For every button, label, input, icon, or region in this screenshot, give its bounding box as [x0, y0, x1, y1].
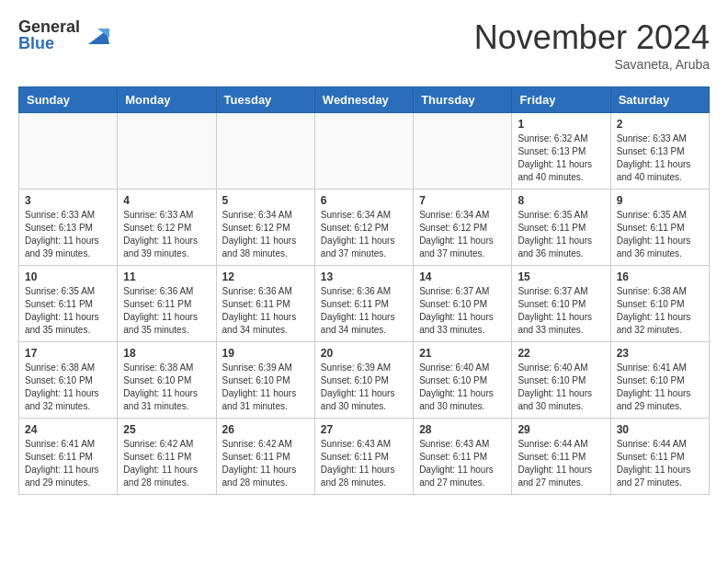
day-number: 7	[419, 194, 506, 207]
day-number: 2	[617, 118, 703, 131]
day-number: 10	[25, 270, 111, 283]
calendar-header: SundayMondayTuesdayWednesdayThursdayFrid…	[19, 87, 710, 113]
calendar-table: SundayMondayTuesdayWednesdayThursdayFrid…	[18, 86, 710, 495]
day-info: Sunrise: 6:34 AM Sunset: 6:12 PM Dayligh…	[321, 209, 407, 260]
calendar-cell: 1Sunrise: 6:32 AM Sunset: 6:13 PM Daylig…	[512, 113, 610, 190]
day-info: Sunrise: 6:35 AM Sunset: 6:11 PM Dayligh…	[518, 209, 604, 260]
day-info: Sunrise: 6:34 AM Sunset: 6:12 PM Dayligh…	[222, 209, 309, 260]
day-number: 4	[123, 194, 210, 207]
calendar-week-row: 1Sunrise: 6:32 AM Sunset: 6:13 PM Daylig…	[19, 113, 710, 190]
day-number: 25	[123, 423, 210, 436]
calendar-cell	[314, 113, 413, 190]
day-info: Sunrise: 6:38 AM Sunset: 6:10 PM Dayligh…	[123, 362, 210, 413]
day-number: 29	[518, 423, 604, 436]
calendar-cell: 18Sunrise: 6:38 AM Sunset: 6:10 PM Dayli…	[118, 342, 216, 419]
calendar-cell: 5Sunrise: 6:34 AM Sunset: 6:12 PM Daylig…	[216, 190, 314, 266]
day-info: Sunrise: 6:33 AM Sunset: 6:12 PM Dayligh…	[123, 209, 210, 260]
calendar-cell: 20Sunrise: 6:39 AM Sunset: 6:10 PM Dayli…	[314, 342, 413, 419]
day-info: Sunrise: 6:34 AM Sunset: 6:12 PM Dayligh…	[419, 209, 506, 260]
weekday-header-friday: Friday	[512, 87, 610, 113]
day-number: 26	[222, 423, 309, 436]
day-number: 24	[25, 423, 111, 436]
day-number: 20	[321, 347, 407, 360]
day-number: 21	[419, 347, 506, 360]
logo-icon	[84, 21, 111, 49]
calendar-cell: 21Sunrise: 6:40 AM Sunset: 6:10 PM Dayli…	[414, 342, 512, 419]
calendar-cell: 9Sunrise: 6:35 AM Sunset: 6:11 PM Daylig…	[610, 190, 709, 266]
day-info: Sunrise: 6:40 AM Sunset: 6:10 PM Dayligh…	[518, 362, 604, 413]
weekday-header-wednesday: Wednesday	[314, 87, 413, 113]
day-number: 14	[419, 270, 506, 283]
day-info: Sunrise: 6:33 AM Sunset: 6:13 PM Dayligh…	[617, 132, 703, 184]
logo-text: General Blue	[18, 18, 80, 52]
calendar-cell: 25Sunrise: 6:42 AM Sunset: 6:11 PM Dayli…	[118, 419, 216, 495]
day-info: Sunrise: 6:42 AM Sunset: 6:11 PM Dayligh…	[222, 438, 309, 489]
day-info: Sunrise: 6:43 AM Sunset: 6:11 PM Dayligh…	[321, 438, 407, 489]
calendar-cell: 8Sunrise: 6:35 AM Sunset: 6:11 PM Daylig…	[512, 190, 610, 266]
day-number: 5	[222, 194, 309, 207]
day-number: 16	[617, 270, 703, 283]
calendar-cell: 24Sunrise: 6:41 AM Sunset: 6:11 PM Dayli…	[19, 419, 118, 495]
calendar-cell: 11Sunrise: 6:36 AM Sunset: 6:11 PM Dayli…	[118, 266, 216, 342]
day-info: Sunrise: 6:44 AM Sunset: 6:11 PM Dayligh…	[617, 438, 703, 489]
calendar-cell: 4Sunrise: 6:33 AM Sunset: 6:12 PM Daylig…	[118, 190, 216, 266]
day-number: 3	[25, 194, 111, 207]
calendar-cell: 7Sunrise: 6:34 AM Sunset: 6:12 PM Daylig…	[414, 190, 512, 266]
day-info: Sunrise: 6:37 AM Sunset: 6:10 PM Dayligh…	[518, 285, 604, 337]
day-info: Sunrise: 6:37 AM Sunset: 6:10 PM Dayligh…	[419, 285, 506, 337]
day-number: 28	[419, 423, 506, 436]
logo-general: General	[18, 18, 80, 35]
day-number: 27	[321, 423, 407, 436]
calendar-cell	[118, 113, 216, 190]
day-number: 9	[617, 194, 703, 207]
logo-blue: Blue	[18, 35, 80, 52]
calendar-body: 1Sunrise: 6:32 AM Sunset: 6:13 PM Daylig…	[19, 113, 710, 495]
weekday-header-sunday: Sunday	[19, 87, 118, 113]
location: Savaneta, Aruba	[474, 57, 710, 72]
calendar-cell: 28Sunrise: 6:43 AM Sunset: 6:11 PM Dayli…	[414, 419, 512, 495]
calendar-week-row: 17Sunrise: 6:38 AM Sunset: 6:10 PM Dayli…	[19, 342, 710, 419]
day-info: Sunrise: 6:40 AM Sunset: 6:10 PM Dayligh…	[419, 362, 506, 413]
logo: General Blue	[18, 18, 111, 52]
weekday-header-tuesday: Tuesday	[216, 87, 314, 113]
calendar-cell: 10Sunrise: 6:35 AM Sunset: 6:11 PM Dayli…	[19, 266, 118, 342]
calendar-cell: 12Sunrise: 6:36 AM Sunset: 6:11 PM Dayli…	[216, 266, 314, 342]
weekday-header-saturday: Saturday	[610, 87, 709, 113]
day-info: Sunrise: 6:41 AM Sunset: 6:11 PM Dayligh…	[25, 438, 111, 489]
day-info: Sunrise: 6:36 AM Sunset: 6:11 PM Dayligh…	[123, 285, 210, 337]
day-info: Sunrise: 6:39 AM Sunset: 6:10 PM Dayligh…	[222, 362, 309, 413]
calendar-cell: 14Sunrise: 6:37 AM Sunset: 6:10 PM Dayli…	[414, 266, 512, 342]
calendar-cell: 22Sunrise: 6:40 AM Sunset: 6:10 PM Dayli…	[512, 342, 610, 419]
day-number: 6	[321, 194, 407, 207]
day-info: Sunrise: 6:33 AM Sunset: 6:13 PM Dayligh…	[25, 209, 111, 260]
day-number: 11	[123, 270, 210, 283]
day-number: 13	[321, 270, 407, 283]
day-number: 17	[25, 347, 111, 360]
day-info: Sunrise: 6:39 AM Sunset: 6:10 PM Dayligh…	[321, 362, 407, 413]
weekday-header-row: SundayMondayTuesdayWednesdayThursdayFrid…	[19, 87, 710, 113]
calendar-cell: 30Sunrise: 6:44 AM Sunset: 6:11 PM Dayli…	[610, 419, 709, 495]
day-number: 22	[518, 347, 604, 360]
calendar-cell	[19, 113, 118, 190]
day-info: Sunrise: 6:36 AM Sunset: 6:11 PM Dayligh…	[321, 285, 407, 337]
month-title: November 2024	[474, 18, 710, 57]
day-info: Sunrise: 6:35 AM Sunset: 6:11 PM Dayligh…	[25, 285, 111, 337]
calendar-cell: 19Sunrise: 6:39 AM Sunset: 6:10 PM Dayli…	[216, 342, 314, 419]
day-info: Sunrise: 6:36 AM Sunset: 6:11 PM Dayligh…	[222, 285, 309, 337]
day-number: 18	[123, 347, 210, 360]
calendar-cell: 23Sunrise: 6:41 AM Sunset: 6:10 PM Dayli…	[610, 342, 709, 419]
day-info: Sunrise: 6:42 AM Sunset: 6:11 PM Dayligh…	[123, 438, 210, 489]
calendar-cell: 26Sunrise: 6:42 AM Sunset: 6:11 PM Dayli…	[216, 419, 314, 495]
calendar-cell: 29Sunrise: 6:44 AM Sunset: 6:11 PM Dayli…	[512, 419, 610, 495]
day-info: Sunrise: 6:41 AM Sunset: 6:10 PM Dayligh…	[617, 362, 703, 413]
day-number: 1	[518, 118, 604, 131]
calendar-week-row: 3Sunrise: 6:33 AM Sunset: 6:13 PM Daylig…	[19, 190, 710, 266]
weekday-header-monday: Monday	[118, 87, 216, 113]
day-number: 15	[518, 270, 604, 283]
calendar-cell: 3Sunrise: 6:33 AM Sunset: 6:13 PM Daylig…	[19, 190, 118, 266]
calendar-week-row: 24Sunrise: 6:41 AM Sunset: 6:11 PM Dayli…	[19, 419, 710, 495]
calendar-cell	[414, 113, 512, 190]
day-number: 12	[222, 270, 309, 283]
day-info: Sunrise: 6:38 AM Sunset: 6:10 PM Dayligh…	[25, 362, 111, 413]
calendar-cell	[216, 113, 314, 190]
